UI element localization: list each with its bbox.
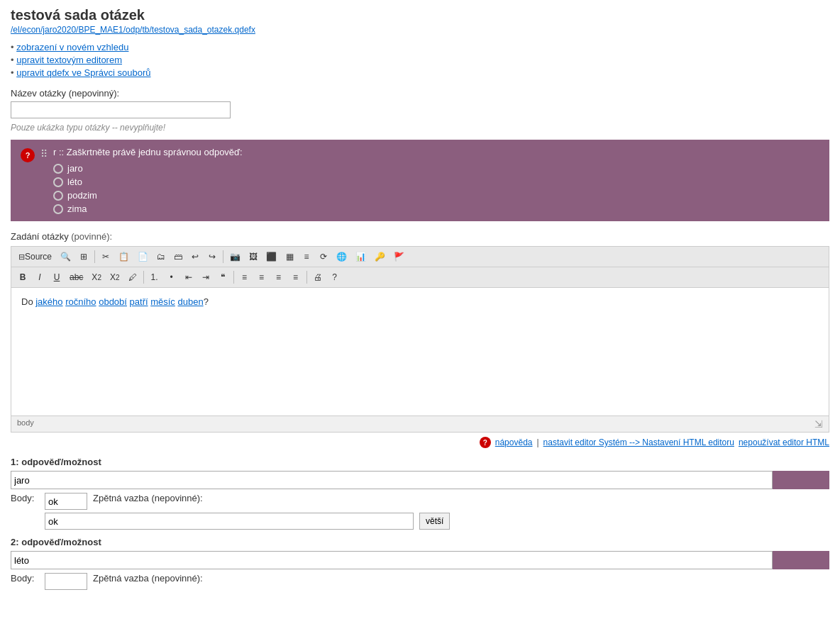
question-option-podzim: podzim [53,190,819,201]
help-sep: | [536,437,538,447]
remove-format-button[interactable]: 🖊 [125,269,140,285]
nastavit-editor-link[interactable]: nastavit editor Systém --> Nastavení HTM… [543,437,734,447]
insert-image-button[interactable]: 🖼 [245,249,261,264]
align-center-button[interactable]: ≡ [254,269,270,285]
answer-2-label: 2: odpověď/možnost [11,537,829,547]
question-badge: ? [21,148,35,162]
answer-1-feedback-section: Zpětná vazba (nepovinné): [93,493,829,503]
nepouzivat-editor-link[interactable]: nepoužívat editor HTML [739,437,829,447]
answer-2-feedback-section: Zpětná vazba (nepovinné): [93,573,829,584]
answer-2-input-row [11,551,829,569]
bold-button[interactable]: B [15,269,31,285]
answer-1-label: 1: odpověď/možnost [11,457,829,467]
underline-button[interactable]: U [49,269,65,285]
links-list: zobrazení v novém vzhledu upravit textov… [11,42,829,78]
source-label: Source [25,252,52,262]
radio-podzim [53,191,63,201]
find-button[interactable]: 🔍 [57,249,74,264]
answer-2-text-input[interactable] [11,551,773,569]
answer-2-feedback-label: Zpětná vazba (nepovinné): [93,573,203,584]
source-button[interactable]: ⊟ Source [15,249,55,264]
answer-1-vetsi-btn[interactable]: větší [419,513,450,530]
outdent-button[interactable]: ⇤ [181,269,197,285]
question-preview-box: ? ⠿ r :: Zaškrtněte právě jednu správnou… [11,140,829,221]
hint-text: Pouze ukázka typu otázky -- nevyplňujte! [11,123,829,133]
paste-word-button[interactable]: 🗃 [170,249,186,264]
link-button[interactable]: 🌐 [333,249,350,264]
editor-status-text: body [17,418,34,430]
copy-format-button[interactable]: 🖨 [310,269,326,285]
strikethrough-button[interactable]: abc [66,269,87,285]
subscript-button[interactable]: X2 [88,269,105,285]
flag-button[interactable]: 🚩 [390,249,408,264]
editor-text: Do jakého ročního období patří měsíc dub… [21,296,819,307]
cut-button[interactable]: ✂ [98,249,114,264]
nápověda-link[interactable]: nápověda [495,437,533,447]
answer-1-sub-row: Body: Zpětná vazba (nepovinné): [11,493,829,510]
table-props-button[interactable]: ▦ [282,249,297,264]
drag-handle: ⠿ [40,148,48,160]
italic-button[interactable]: I [32,269,48,285]
toolbar-sep-4 [233,271,234,284]
editor-section-label: Zadání otázky (povinné): [11,231,829,242]
anchor-button[interactable]: 🔑 [371,249,389,264]
page-title: testová sada otázek [11,7,829,23]
radio-leto [53,177,63,187]
link-new-view[interactable]: zobrazení v novém vzhledu [16,42,128,52]
page-path[interactable]: /el/econ/jaro2020/BPE_MAE1/odp/tb/testov… [11,25,829,35]
blockquote-button[interactable]: ❝ [215,269,231,285]
answer-2-action-btn[interactable] [773,551,829,569]
question-option-leto: léto [53,177,819,187]
question-options: jaro léto podzim zima [53,163,819,214]
toolbar-row2: B I U abc X2 X2 🖊 1. • ⇤ ⇥ ❝ ≡ ≡ ≡ ≡ 🖨 ? [11,267,829,288]
paste-plain-button[interactable]: 🗂 [153,249,169,264]
answer-2-points-input[interactable] [45,573,87,590]
resize-handle[interactable]: ⇲ [814,418,823,430]
insert-hr-button[interactable]: ≡ [299,249,314,264]
align-justify-button[interactable]: ≡ [288,269,304,285]
help-icon: ? [480,437,491,448]
unordered-list-button[interactable]: • [164,269,179,285]
smiley-button[interactable]: ⟳ [316,249,331,264]
question-name-input[interactable] [11,101,231,118]
answer-1-feedback-input[interactable] [45,513,414,530]
answer-1-action-btn[interactable] [773,471,829,489]
answer-1-body-label: Body: [11,493,39,503]
radio-zima [53,204,63,214]
align-left-button[interactable]: ≡ [237,269,253,285]
insert-table-button[interactable]: ⬛ [262,249,280,264]
answer-2-sub-row: Body: Zpětná vazba (nepovinné): [11,573,829,590]
answer-2-body-label: Body: [11,573,39,584]
answer-2-section: 2: odpověď/možnost Body: Zpětná vazba (n… [11,537,829,590]
paste-button[interactable]: 📄 [134,249,152,264]
question-option-jaro: jaro [53,163,819,174]
question-option-zima: zima [53,203,819,214]
formula-button[interactable]: 📊 [352,249,370,264]
superscript-button[interactable]: X2 [106,269,123,285]
source-icon: ⊟ [18,252,25,262]
copy-button[interactable]: 📋 [115,249,133,264]
answer-1-input-row [11,471,829,489]
link-file-manager[interactable]: upravit qdefx ve Správci souborů [16,67,150,78]
radio-jaro [53,164,63,174]
indent-button[interactable]: ⇥ [198,269,214,285]
editor-content-area[interactable]: Do jakého ročního období patří měsíc dub… [11,288,829,416]
insert-special-button[interactable]: 📷 [226,249,244,264]
answer-1-feedback-label: Zpětná vazba (nepovinné): [93,493,203,503]
toolbar-sep-5 [306,271,307,284]
toolbar-sep-2 [223,250,223,263]
undo-button[interactable]: ↩ [187,249,203,264]
redo-button[interactable]: ↪ [204,249,220,264]
toolbar-sep-3 [143,271,144,284]
editor-status-bar: body ⇲ [11,416,829,432]
grid-button[interactable]: ⊞ [76,249,92,264]
question-header: r :: Zaškrtněte právě jednu správnou odp… [53,147,819,157]
answer-1-points-input[interactable] [45,493,87,510]
help-button[interactable]: ? [327,269,343,285]
link-text-editor[interactable]: upravit textovým editorem [16,55,122,65]
ordered-list-button[interactable]: 1. [147,269,162,285]
align-right-button[interactable]: ≡ [271,269,287,285]
question-content: r :: Zaškrtněte právě jednu správnou odp… [53,147,819,214]
answer-1-section: 1: odpověď/možnost Body: Zpětná vazba (n… [11,457,829,530]
answer-1-text-input[interactable] [11,471,773,489]
